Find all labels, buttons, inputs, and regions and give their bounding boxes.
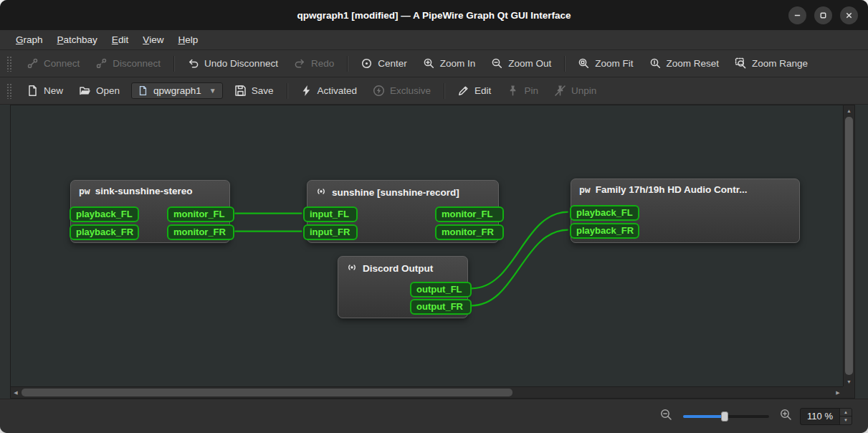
save-button[interactable]: Save [227, 81, 281, 100]
preset-file-icon [138, 85, 148, 96]
node-discord-output[interactable]: Discord Output output_FL output_FR [338, 256, 468, 318]
edit-button[interactable]: Edit [450, 81, 498, 100]
activated-toggle[interactable]: Activated [293, 81, 365, 100]
zoom-in-small-button[interactable] [779, 408, 793, 424]
node-title: Discord Output [338, 257, 467, 275]
zoom-slider-handle[interactable] [721, 411, 728, 422]
scroll-right-arrow[interactable]: ▶ [833, 387, 843, 398]
canvas-area: pw sink-sunshine-stereo playback_FL play… [0, 105, 868, 399]
menu-graph[interactable]: Graph [9, 30, 50, 49]
statusbar: 110 % ▲ ▼ [0, 399, 868, 433]
port-playback_FR[interactable]: playback_FR [570, 223, 639, 239]
pin-button[interactable]: Pin [500, 81, 545, 100]
patchbay-preset-select[interactable]: qpwgraph1 ▼ [131, 82, 223, 99]
pipewire-icon: pw [79, 186, 90, 196]
zoom-range-button[interactable]: Zoom Range [728, 54, 815, 73]
disconnect-icon [95, 57, 108, 70]
zoom-out-button[interactable]: Zoom Out [484, 54, 558, 73]
vertical-scrollbar[interactable]: ▲ ▼ [843, 105, 854, 386]
menubar: Graph Patchbay Edit View Help [0, 30, 868, 50]
zoom-out-small-button[interactable] [659, 408, 673, 424]
menu-help[interactable]: Help [171, 30, 205, 49]
zoom-fit-button[interactable]: Zoom Fit [571, 54, 640, 73]
redo-icon [294, 57, 306, 70]
node-title: pw sink-sunshine-stereo [71, 181, 229, 196]
undo-disconnect-button[interactable]: Undo Disconnect [180, 54, 285, 73]
open-folder-icon [79, 85, 91, 97]
toolbar-drag-handle[interactable] [6, 83, 12, 99]
node-family-hd-audio[interactable]: pw Family 17h/19h HD Audio Contr... play… [571, 179, 800, 243]
zoom-range-icon [735, 57, 747, 70]
toolbar-drag-handle[interactable] [6, 56, 12, 72]
node-sunshine[interactable]: sunshine [sunshine-record] input_FL inpu… [307, 180, 499, 243]
zoom-reset-icon [649, 57, 662, 70]
unpin-button[interactable]: Unpin [547, 81, 604, 100]
exclusive-toggle[interactable]: Exclusive [366, 81, 438, 100]
menu-edit[interactable]: Edit [105, 30, 135, 49]
zoom-in-button[interactable]: Zoom In [416, 54, 483, 73]
preset-value: qpwgraph1 [153, 85, 201, 96]
close-button[interactable] [840, 6, 858, 24]
spin-arrows: ▲ ▼ [839, 409, 852, 424]
port-playback_FL[interactable]: playback_FL [570, 205, 639, 221]
toolbar-separator [444, 83, 444, 99]
chevron-down-icon: ▼ [209, 87, 216, 95]
scroll-up-arrow[interactable]: ▲ [844, 105, 854, 115]
zoom-out-icon [491, 57, 503, 70]
new-file-icon [27, 85, 39, 97]
undo-icon [187, 57, 199, 70]
port-monitor_FL[interactable]: monitor_FL [435, 206, 504, 222]
center-button[interactable]: Center [353, 54, 414, 73]
port-monitor_FR[interactable]: monitor_FR [435, 224, 504, 240]
horizontal-scrollbar[interactable]: ◀ ▶ [11, 386, 843, 398]
port-input_FR[interactable]: input_FR [303, 224, 358, 240]
toolbar-patchbay: New Open qpwgraph1 ▼ Save Activated Excl… [0, 77, 868, 105]
zoom-out-icon [659, 408, 673, 422]
scroll-down-arrow[interactable]: ▼ [844, 376, 854, 386]
node-title: sunshine [sunshine-record] [307, 181, 498, 199]
save-icon [234, 85, 247, 97]
spin-up-button[interactable]: ▲ [840, 409, 852, 417]
node-sink-sunshine-stereo[interactable]: pw sink-sunshine-stereo playback_FL play… [70, 180, 230, 243]
open-button[interactable]: Open [72, 81, 127, 100]
redo-button[interactable]: Redo [287, 54, 341, 73]
close-icon [845, 11, 853, 19]
new-button[interactable]: New [19, 81, 70, 100]
connect-icon [27, 57, 39, 70]
bolt-icon [300, 85, 313, 97]
graph-canvas[interactable]: pw sink-sunshine-stereo playback_FL play… [11, 105, 843, 386]
toolbar-separator [173, 56, 174, 72]
vertical-scroll-thumb[interactable] [845, 117, 853, 375]
toolbar-separator [347, 56, 348, 72]
minimize-button[interactable] [788, 6, 806, 24]
port-monitor_FL[interactable]: monitor_FL [167, 206, 234, 222]
port-input_FL[interactable]: input_FL [303, 206, 358, 222]
menu-patchbay[interactable]: Patchbay [50, 30, 105, 49]
zoom-in-icon [423, 57, 435, 70]
disconnect-button[interactable]: Disconnect [88, 54, 168, 73]
connect-button[interactable]: Connect [19, 54, 87, 73]
stream-icon [315, 186, 327, 199]
pencil-icon [457, 85, 469, 97]
horizontal-scroll-thumb[interactable] [22, 389, 512, 396]
toolbar-graph: Connect Disconnect Undo Disconnect Redo … [0, 50, 868, 77]
toolbar-separator [287, 83, 287, 99]
port-output_FR[interactable]: output_FR [410, 299, 472, 315]
titlebar[interactable]: qpwgraph1 [modified] — A PipeWire Graph … [0, 0, 868, 30]
window-controls [788, 0, 858, 30]
zoom-percent-spinbox[interactable]: 110 % ▲ ▼ [800, 408, 852, 425]
port-monitor_FR[interactable]: monitor_FR [167, 224, 234, 240]
zoom-reset-button[interactable]: Zoom Reset [642, 54, 727, 73]
maximize-button[interactable] [814, 6, 832, 24]
scroll-left-arrow[interactable]: ◀ [11, 387, 21, 398]
port-playback_FL[interactable]: playback_FL [70, 206, 139, 222]
spin-down-button[interactable]: ▼ [840, 417, 852, 424]
zoom-slider[interactable] [683, 410, 769, 423]
port-playback_FR[interactable]: playback_FR [70, 224, 139, 240]
zoom-percent-value[interactable]: 110 % [801, 409, 839, 424]
port-output_FL[interactable]: output_FL [410, 282, 472, 298]
menu-view[interactable]: View [135, 30, 171, 49]
scrollbar-corner [843, 386, 854, 398]
unpin-icon [554, 85, 566, 97]
node-title: pw Family 17h/19h HD Audio Contr... [571, 179, 799, 195]
